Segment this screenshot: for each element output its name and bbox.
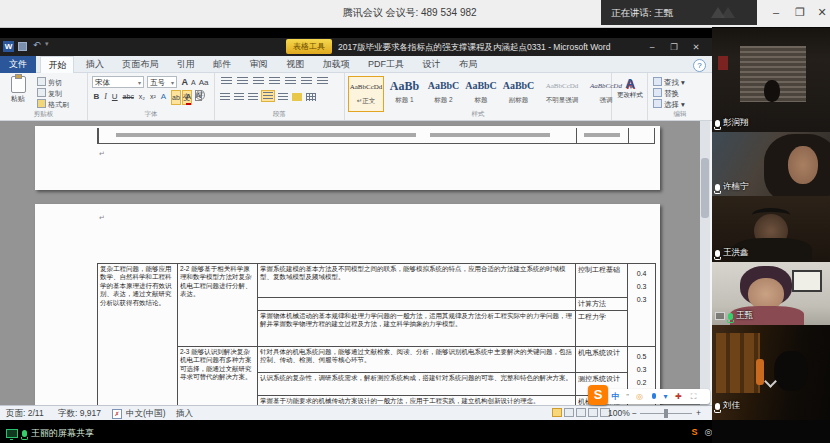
justify-button[interactable] bbox=[261, 90, 275, 102]
shading-button[interactable] bbox=[291, 92, 303, 102]
web-layout-view-icon[interactable] bbox=[576, 408, 586, 417]
tab-addins[interactable]: 加载项 bbox=[316, 56, 357, 73]
word-minimize-button[interactable]: – bbox=[642, 38, 662, 56]
fullscreen-view-icon[interactable] bbox=[564, 408, 574, 417]
replace-button[interactable]: 替换 bbox=[653, 88, 679, 99]
zoom-out-button[interactable]: − bbox=[632, 406, 637, 420]
participant-video[interactable]: 王洪鑫 bbox=[712, 196, 830, 262]
cell-course[interactable]: 控制工程基础 bbox=[576, 264, 628, 298]
numbered-list-icon[interactable] bbox=[237, 77, 248, 86]
bold-button[interactable]: B bbox=[94, 90, 100, 103]
sogou-logo-icon[interactable]: S bbox=[588, 385, 608, 405]
tab-pdf-tools[interactable]: PDF工具 bbox=[361, 56, 411, 73]
word-close-button[interactable]: ✕ bbox=[686, 38, 706, 56]
cell-desc[interactable]: 掌握基于功能要求的机械传动方案设计的一般方法，应用于工程实践，建立机构创新设计的… bbox=[258, 396, 576, 406]
text-effects-button[interactable]: A bbox=[161, 90, 166, 103]
view-switcher[interactable] bbox=[552, 406, 612, 420]
participant-video[interactable]: 王甄 bbox=[712, 262, 830, 325]
style-title[interactable]: AaBbC 标题 bbox=[464, 76, 498, 112]
increase-indent-icon[interactable] bbox=[285, 77, 296, 86]
font-color-button[interactable]: A bbox=[186, 90, 191, 105]
outline-view-icon[interactable] bbox=[588, 408, 598, 417]
align-left-button[interactable] bbox=[219, 92, 231, 102]
change-case-button[interactable]: Aa bbox=[199, 76, 209, 89]
copy-button[interactable]: 复制 bbox=[37, 88, 62, 99]
style-heading2[interactable]: AaBbC 标题 2 bbox=[425, 76, 462, 112]
show-marks-icon[interactable] bbox=[317, 77, 328, 86]
paste-button[interactable]: 粘贴 bbox=[4, 76, 32, 104]
word-restore-button[interactable]: ❐ bbox=[664, 38, 684, 56]
cell-desc[interactable]: 认识系统的复杂性，调研系统需求，解析测控系统构成，搭建针对系统问题的可靠、完整和… bbox=[258, 373, 576, 396]
toolbox-icon[interactable]: ✚ bbox=[673, 389, 684, 404]
help-icon[interactable]: ? bbox=[693, 59, 706, 72]
style-subtle-emphasis[interactable]: AaBbCcDd 不明显强调 bbox=[539, 76, 585, 112]
language-indicator[interactable]: 中文(中国) bbox=[126, 406, 166, 420]
shrink-font-button[interactable]: A bbox=[191, 76, 196, 89]
change-styles-button[interactable]: A 更改样式 bbox=[613, 76, 647, 100]
cell-course[interactable]: 机电系统设计 bbox=[576, 347, 628, 373]
meeting-restore-button[interactable]: ❐ bbox=[790, 0, 810, 25]
tab-insert[interactable]: 插入 bbox=[79, 56, 111, 73]
word-count[interactable]: 字数: 9,917 bbox=[58, 406, 101, 420]
cell-course[interactable]: 工程力学 bbox=[576, 311, 628, 347]
cell-desc[interactable] bbox=[258, 298, 576, 311]
participant-video[interactable]: 彭润翔 bbox=[712, 28, 830, 132]
chinese-mode-icon[interactable]: 中 bbox=[610, 389, 621, 404]
align-right-button[interactable] bbox=[247, 92, 259, 102]
quick-access-dropdown-icon[interactable]: ▾ bbox=[45, 40, 49, 48]
meeting-minimize-button[interactable]: – bbox=[766, 0, 786, 25]
subscript-button[interactable]: x₂ bbox=[139, 90, 145, 103]
tab-home[interactable]: 开始 bbox=[40, 56, 74, 73]
underline-button[interactable]: U bbox=[112, 90, 118, 103]
tray-sogou-icon[interactable]: S bbox=[688, 424, 701, 440]
proofing-icon[interactable]: ✗ bbox=[112, 409, 122, 419]
enclose-characters-button[interactable]: 字 bbox=[196, 90, 205, 100]
tab-view[interactable]: 视图 bbox=[279, 56, 311, 73]
cell-indicator-2-2[interactable]: 2-2 能够基于相关科学原理和数学模型方法对复杂机电工程问题进行分解、表达。 bbox=[178, 264, 258, 347]
document-canvas[interactable]: ↵ ↵ 复杂工程问题，能够应用数学、自然科学和工程科学的基本原理进行有效识别、表… bbox=[0, 121, 700, 405]
tab-page-layout[interactable]: 页面布局 bbox=[115, 56, 165, 73]
strikethrough-button[interactable]: abc bbox=[123, 90, 134, 103]
tab-mailings[interactable]: 邮件 bbox=[206, 56, 238, 73]
font-family-combo[interactable]: 宋体▾ bbox=[92, 76, 144, 88]
insert-mode-indicator[interactable]: 插入 bbox=[176, 406, 193, 420]
zoom-slider-thumb[interactable] bbox=[664, 409, 668, 418]
cell-weights-1[interactable]: 0.4 0.3 0.3 bbox=[628, 264, 656, 347]
sogou-input-bar[interactable]: S 中 ” ◎ ▾ ✚ ⛶ bbox=[593, 389, 710, 404]
print-layout-view-icon[interactable] bbox=[552, 408, 562, 417]
cell-desc[interactable]: 掌握系统建模的基本方法及不同模型之间的联系，能够模拟系统的特点，应用合适的方法建… bbox=[258, 264, 576, 298]
find-button[interactable]: 查找 ▾ bbox=[653, 77, 685, 88]
expand-icon[interactable]: ⛶ bbox=[688, 389, 699, 404]
borders-button[interactable] bbox=[305, 92, 317, 102]
style-heading1[interactable]: AaBb 标题 1 bbox=[386, 76, 423, 112]
tab-table-design[interactable]: 设计 bbox=[416, 56, 448, 73]
superscript-button[interactable]: x² bbox=[150, 90, 156, 103]
cell-desc[interactable]: 针对具体的机电系统问题，能够通过文献检索、阅读、分析，能够识别机电系统中主要解决… bbox=[258, 347, 576, 373]
line-spacing-button[interactable] bbox=[277, 92, 289, 102]
font-size-combo[interactable]: 五号▾ bbox=[147, 76, 177, 88]
bullet-list-icon[interactable] bbox=[221, 77, 232, 86]
tab-table-layout[interactable]: 布局 bbox=[452, 56, 484, 73]
cut-button[interactable]: 剪切 bbox=[37, 77, 62, 88]
style-normal[interactable]: AaBbCcDd ↵正文 bbox=[348, 76, 384, 112]
cell-requirement[interactable]: 复杂工程问题，能够应用数学、自然科学和工程科学的基本原理进行有效识别、表达，通过… bbox=[98, 264, 178, 406]
meeting-close-button[interactable]: ✕ bbox=[812, 0, 830, 25]
style-subtitle[interactable]: AaBbC 副标题 bbox=[500, 76, 537, 112]
save-icon[interactable] bbox=[18, 42, 27, 51]
select-button[interactable]: 选择 ▾ bbox=[653, 99, 685, 110]
soft-keyboard-icon[interactable]: ▾ bbox=[660, 389, 671, 404]
zoom-in-button[interactable]: + bbox=[696, 406, 701, 420]
format-painter-button[interactable]: 格式刷 bbox=[37, 99, 69, 110]
tab-review[interactable]: 审阅 bbox=[243, 56, 275, 73]
align-center-button[interactable] bbox=[233, 92, 245, 102]
highlight-button[interactable]: ab bbox=[171, 90, 181, 105]
tab-file[interactable]: 文件 bbox=[0, 56, 36, 73]
multilevel-list-icon[interactable] bbox=[253, 77, 264, 86]
voice-input-icon[interactable] bbox=[648, 389, 659, 404]
punctuation-icon[interactable]: ” bbox=[622, 389, 633, 404]
tab-references[interactable]: 引用 bbox=[170, 56, 202, 73]
skin-icon[interactable]: ◎ bbox=[634, 389, 645, 404]
sort-icon[interactable] bbox=[301, 77, 312, 86]
grow-font-button[interactable]: A bbox=[182, 76, 189, 89]
cell-desc[interactable]: 掌握物体机械运动的基本规律和处理力学问题的一般方法，运用其规律及方法分析工程实际… bbox=[258, 311, 576, 347]
